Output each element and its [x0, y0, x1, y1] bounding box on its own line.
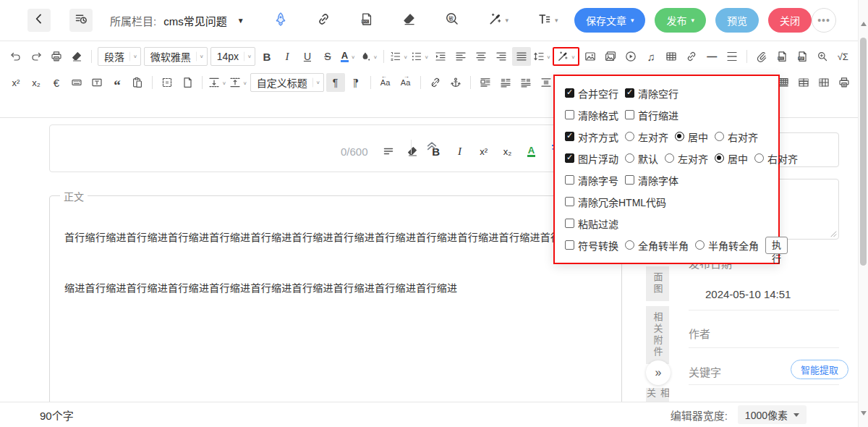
paragraph-ltr-icon[interactable]: ¶	[326, 73, 345, 92]
more-actions-button[interactable]: •••	[812, 8, 836, 33]
bold-icon[interactable]: B	[258, 47, 276, 66]
image-block-icon[interactable]	[537, 73, 556, 92]
half-to-full-radio[interactable]: 半角转全角	[695, 238, 759, 253]
image-icon[interactable]	[581, 47, 600, 66]
print-icon[interactable]	[835, 73, 854, 92]
first-line-indent-checkbox[interactable]: 首行缩进	[625, 108, 678, 122]
new-page-icon[interactable]	[178, 73, 197, 92]
table-column-icon[interactable]	[814, 73, 833, 92]
redo-icon[interactable]	[27, 47, 46, 66]
close-button[interactable]: 关闭	[768, 8, 812, 33]
font-color-icon[interactable]: A∨	[339, 47, 357, 66]
summary-field[interactable]: 0/600 BIx²x₂AT	[49, 124, 622, 172]
video-icon[interactable]	[621, 47, 640, 66]
table-row-icon[interactable]	[794, 73, 813, 92]
image-float-default-radio[interactable]: 默认	[625, 151, 658, 166]
special-char-icon[interactable]: €	[47, 73, 66, 92]
publish-button[interactable]: 发布▾	[655, 8, 706, 33]
paste-icon[interactable]	[128, 73, 147, 92]
unlink-icon[interactable]	[426, 73, 445, 92]
underline-icon[interactable]: U	[298, 47, 317, 66]
image-inline-icon[interactable]	[476, 73, 495, 92]
subscript-icon[interactable]: x₂	[501, 146, 514, 157]
select-all-icon[interactable]	[158, 73, 176, 92]
image-float-right-radio[interactable]: 右对齐	[754, 151, 798, 166]
history-list-button[interactable]	[69, 9, 93, 32]
print-icon[interactable]	[47, 47, 66, 66]
image-float-left-radio[interactable]: 左对齐	[665, 151, 708, 166]
link-icon[interactable]	[682, 47, 701, 66]
paragraph-rtl-icon[interactable]: ¶	[346, 73, 365, 92]
paste-filter-checkbox[interactable]: 粘贴过滤	[565, 216, 618, 231]
text-format-button[interactable]: ▾	[537, 12, 558, 29]
scroll-up-icon[interactable]	[861, 22, 867, 26]
paragraph-format-icon[interactable]	[382, 145, 395, 157]
full-to-half-radio[interactable]: 全角转半角	[625, 238, 689, 253]
align-mode-checkbox[interactable]: 对齐方式	[565, 130, 618, 144]
sidebar-tab-related[interactable]: 相关	[646, 388, 669, 402]
album-icon[interactable]	[601, 47, 620, 66]
paragraph-select[interactable]: 段落∨	[98, 47, 141, 66]
background-color-icon[interactable]: ∨	[359, 47, 378, 66]
strikethrough-icon[interactable]: S	[318, 47, 337, 66]
subscript-icon[interactable]: x₂	[27, 73, 46, 92]
quick-format-icon[interactable]: ∨	[553, 47, 579, 66]
undo-icon[interactable]	[7, 47, 25, 66]
ordered-list-icon[interactable]: ∨	[389, 47, 409, 66]
align-justify-icon[interactable]	[512, 47, 531, 66]
attachment-icon[interactable]	[752, 47, 771, 66]
ai-assist-button[interactable]: ▾	[488, 12, 509, 29]
vertical-scrollbar[interactable]	[858, 0, 868, 427]
music-icon[interactable]: ♫	[642, 47, 660, 66]
clear-format-icon[interactable]	[67, 47, 86, 66]
collapse-toolbar-button[interactable]	[425, 140, 438, 155]
spacing-top-icon[interactable]: ∨	[208, 73, 227, 92]
save-article-button[interactable]: 保存文章▾	[574, 8, 646, 33]
article-body-field[interactable]: 正文 首行缩行缩进首行缩进首行缩进首行缩进首行缩进首行缩进首行缩进首行缩进首行缩…	[49, 195, 622, 420]
custom-title-select[interactable]: 自定义标题∨	[250, 73, 324, 92]
letter-spacing-increase-icon[interactable]: →Aa	[396, 73, 415, 92]
editor-width-select[interactable]: 1000像素	[738, 405, 807, 424]
italic-icon[interactable]: I	[454, 145, 467, 158]
italic-icon[interactable]: I	[278, 47, 297, 66]
search-replace-icon[interactable]	[813, 47, 832, 66]
align-mode-center-radio[interactable]: 居中	[675, 130, 708, 144]
back-button[interactable]	[27, 9, 51, 32]
execute-button[interactable]: 执行	[765, 237, 788, 254]
spacing-bottom-icon[interactable]: ∨	[229, 73, 248, 92]
horizontal-rule-icon[interactable]: —	[702, 47, 721, 66]
resize-handle-icon[interactable]	[830, 230, 837, 237]
text-box-icon[interactable]	[88, 73, 106, 92]
preview-button[interactable]: 预览	[715, 8, 759, 33]
indent-icon[interactable]	[431, 47, 450, 66]
superscript-icon[interactable]: x²	[477, 146, 490, 157]
merge-empty-lines-checkbox[interactable]: 合并空行	[565, 86, 618, 101]
doc-export-button[interactable]: DOC	[359, 12, 373, 29]
superscript-icon[interactable]: x²	[7, 73, 25, 92]
image-float-left-icon[interactable]	[496, 73, 515, 92]
symbol-convert-checkbox[interactable]: 符号转换	[565, 238, 618, 253]
smart-extract-button[interactable]: 智能提取	[791, 360, 848, 379]
keyboard-icon[interactable]	[67, 73, 86, 92]
blockquote-icon[interactable]: “	[108, 73, 127, 92]
sidebar-tab-attachments[interactable]: 相关附件	[646, 306, 669, 364]
anchor-icon[interactable]	[446, 73, 465, 92]
image-float-checkbox[interactable]: 图片浮动	[565, 151, 618, 166]
formula-icon[interactable]: √Σ	[833, 47, 852, 66]
line-height-icon[interactable]: ∨	[532, 47, 552, 66]
align-mode-right-radio[interactable]: 右对齐	[715, 130, 758, 144]
category-value[interactable]: cms常见问题	[163, 13, 227, 28]
clear-content-button[interactable]	[402, 12, 416, 29]
pdf-icon[interactable]: PDF	[793, 47, 812, 66]
publish-plan-button[interactable]	[273, 12, 288, 29]
clear-format-checkbox[interactable]: 清除格式	[565, 108, 618, 122]
scrollbar-thumb[interactable]	[860, 38, 867, 266]
font-color-green-icon[interactable]: A	[525, 146, 538, 157]
publish-date-value[interactable]: 2024-05-10 14:51	[705, 288, 791, 300]
clear-empty-lines-checkbox[interactable]: 清除空行	[625, 86, 678, 101]
unordered-list-icon[interactable]: ∨	[410, 47, 430, 66]
font-family-select[interactable]: 微软雅黑∨	[144, 47, 208, 66]
clear-font-size-checkbox[interactable]: 清除字号	[565, 173, 618, 187]
page-break-icon[interactable]	[723, 47, 741, 66]
clear-format-icon[interactable]	[406, 145, 419, 157]
